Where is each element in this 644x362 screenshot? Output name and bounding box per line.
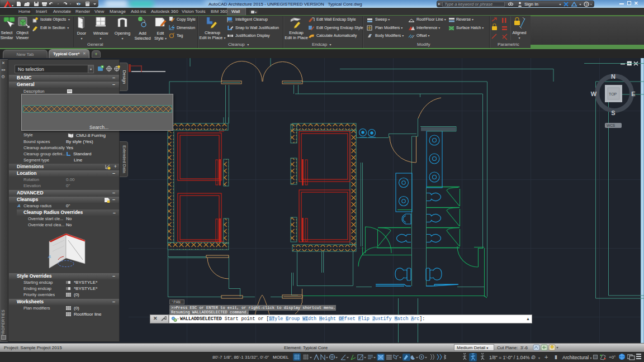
svg-text:N: N bbox=[611, 73, 615, 80]
svg-text:W: W bbox=[591, 90, 597, 97]
svg-text:Sign In: Sign In bbox=[524, 2, 538, 7]
svg-text:A: A bbox=[48, 254, 51, 259]
svg-text:S: S bbox=[611, 109, 615, 116]
svg-text:TOP: TOP bbox=[609, 92, 617, 96]
svg-text:E: E bbox=[631, 90, 635, 97]
svg-text:WCS: WCS bbox=[607, 123, 615, 127]
svg-text:?: ? bbox=[585, 3, 588, 7]
